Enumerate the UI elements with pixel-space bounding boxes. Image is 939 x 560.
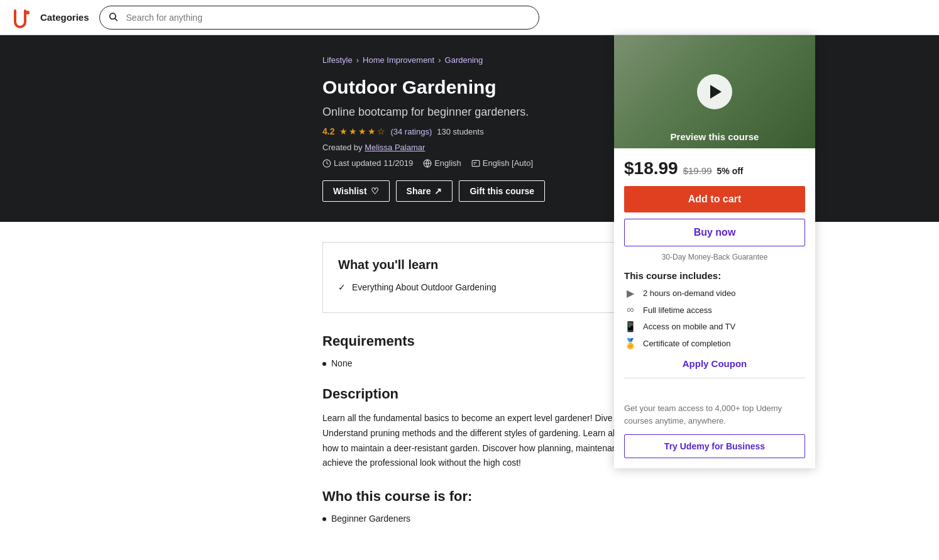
coupon-link[interactable]: Apply Coupon (624, 358, 805, 369)
captions-item: English [Auto] (471, 158, 533, 168)
who-title: Who this course is for: (322, 488, 800, 505)
price-row: $18.99 $19.99 5% off (624, 158, 805, 178)
breadcrumb-lifestyle[interactable]: Lifestyle (322, 55, 353, 65)
star-half: ☆ (377, 126, 385, 136)
includes-title: This course includes: (624, 270, 805, 281)
stars: ★ ★ ★ ★ ☆ (339, 126, 385, 136)
add-to-cart-button[interactable]: Add to cart (624, 186, 805, 212)
video-icon: ▶ (624, 287, 637, 299)
certificate-icon: 🏅 (624, 338, 637, 349)
search-container (99, 6, 539, 30)
includes-certificate-text: Certificate of completion (643, 339, 730, 348)
includes-certificate: 🏅 Certificate of completion (624, 338, 805, 349)
categories-button[interactable]: Categories (40, 12, 89, 23)
includes-list: ▶ 2 hours on-demand video ∞ Full lifetim… (624, 287, 805, 349)
play-button[interactable] (697, 74, 732, 109)
heart-icon: ♡ (371, 186, 379, 196)
preview-thumbnail[interactable]: Preview this course (614, 35, 815, 148)
infinity-icon: ∞ (624, 304, 637, 316)
breadcrumb-home-improvement[interactable]: Home Improvement (363, 55, 434, 65)
svg-rect-6 (472, 160, 480, 166)
last-updated-item: Last updated 11/2019 (322, 158, 413, 168)
includes-section: This course includes: ▶ 2 hours on-deman… (624, 270, 805, 349)
who-section: Who this course is for: Beginner Gardene… (322, 488, 800, 524)
includes-lifetime-text: Full lifetime access (643, 305, 712, 315)
breadcrumb-sep-2: › (438, 55, 441, 65)
checkmark-icon: ✓ (338, 282, 346, 292)
breadcrumb-sep-1: › (356, 55, 359, 65)
search-icon (108, 11, 118, 23)
team-section: Training 5 or more people? Get your team… (624, 378, 805, 458)
student-count: 130 students (437, 127, 483, 136)
search-input[interactable] (99, 6, 539, 30)
star-4: ★ (368, 126, 376, 136)
globe-icon (423, 159, 432, 168)
price-original: $19.99 (683, 165, 712, 176)
rating-count: (34 ratings) (390, 127, 432, 136)
breadcrumb-gardening[interactable]: Gardening (445, 55, 483, 65)
language-item: English (423, 158, 461, 168)
gift-button[interactable]: Gift this course (459, 180, 545, 202)
creator-link[interactable]: Melissa Palamar (365, 143, 425, 152)
team-button[interactable]: Try Udemy for Business (624, 434, 805, 458)
team-desc: Get your team access to 4,000+ top Udemy… (624, 402, 805, 427)
includes-video-text: 2 hours on-demand video (643, 288, 735, 298)
bullet-dot-who (322, 517, 326, 521)
includes-mobile-text: Access on mobile and TV (643, 322, 735, 331)
share-icon: ↗ (434, 186, 442, 196)
star-3: ★ (358, 126, 366, 136)
includes-lifetime: ∞ Full lifetime access (624, 304, 805, 316)
buy-now-button[interactable]: Buy now (624, 219, 805, 246)
course-card: Preview this course $18.99 $19.99 5% off… (614, 35, 815, 468)
mobile-icon: 📱 (624, 321, 637, 332)
includes-video: ▶ 2 hours on-demand video (624, 287, 805, 299)
bullet-dot (322, 362, 326, 366)
clock-icon (322, 159, 331, 168)
navbar: Categories (0, 0, 939, 35)
team-title: Training 5 or more people? (624, 387, 805, 398)
who-list: Beginner Gardeners (322, 513, 800, 524)
wishlist-button[interactable]: Wishlist ♡ (322, 180, 390, 202)
requirement-text: None (331, 358, 352, 368)
last-updated-label: Last updated (334, 158, 381, 168)
preview-label: Preview this course (671, 131, 759, 142)
rating-score: 4.2 (322, 126, 334, 136)
svg-point-0 (26, 11, 30, 14)
who-item-1: Beginner Gardeners (322, 513, 800, 524)
creator-prefix: Created by (322, 143, 363, 152)
star-1: ★ (339, 126, 348, 136)
captions-icon (471, 159, 480, 168)
star-2: ★ (349, 126, 357, 136)
last-updated-value: 11/2019 (383, 158, 413, 168)
price-current: $18.99 (624, 158, 678, 178)
money-back-text: 30-Day Money-Back Guarantee (624, 253, 805, 261)
hero-section: Lifestyle › Home Improvement › Gardening… (0, 35, 939, 222)
who-item-text: Beginner Gardeners (331, 513, 410, 524)
language-value: English (434, 158, 461, 168)
includes-mobile: 📱 Access on mobile and TV (624, 321, 805, 332)
price-discount: 5% off (717, 166, 744, 176)
card-body: $18.99 $19.99 5% off Add to cart Buy now… (614, 148, 815, 468)
share-button[interactable]: Share ↗ (396, 180, 453, 202)
svg-line-2 (115, 18, 118, 21)
learn-item-text: Everything About Outdoor Gardening (352, 282, 497, 292)
udemy-logo[interactable] (10, 6, 33, 29)
svg-point-1 (109, 13, 115, 19)
captions-value: English [Auto] (483, 158, 533, 168)
